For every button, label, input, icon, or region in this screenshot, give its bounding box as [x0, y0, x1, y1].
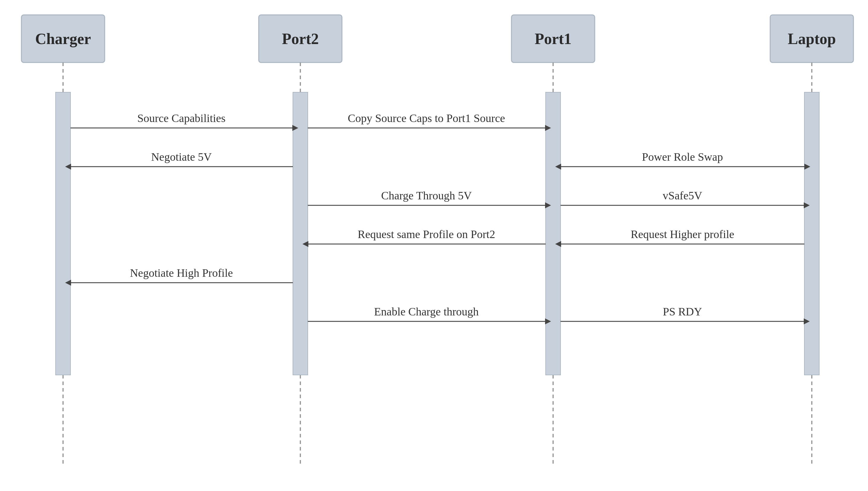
msg1-label: Source Capabilities	[137, 112, 226, 124]
charger-activation	[56, 92, 70, 375]
msg5-label: Charge Through 5V	[381, 189, 472, 202]
msg7-label: Request Higher profile	[631, 228, 734, 240]
msg2-label: Copy Source Caps to Port1 Source	[348, 112, 505, 124]
charger-label: Charger	[35, 30, 91, 47]
msg4-label: Power Role Swap	[642, 151, 723, 163]
port2-label: Port2	[282, 30, 319, 47]
msg11-label: PS RDY	[663, 305, 702, 318]
port1-activation	[546, 92, 561, 375]
msg3-label: Negotiate 5V	[151, 151, 212, 163]
port1-label: Port1	[535, 30, 571, 47]
msg8-label: Request same Profile on Port2	[358, 228, 495, 240]
sequence-diagram-svg: Charger Port2 Port1 Laptop Source Capabi…	[0, 0, 868, 491]
laptop-label: Laptop	[788, 30, 836, 47]
msg10-label: Enable Charge through	[374, 305, 479, 318]
msg6-label: vSafe5V	[663, 189, 703, 202]
msg9-label: Negotiate High Profile	[130, 267, 233, 279]
port2-activation	[293, 92, 308, 375]
laptop-activation	[804, 92, 819, 375]
diagram-container: Charger Port2 Port1 Laptop Source Capabi…	[0, 0, 868, 491]
